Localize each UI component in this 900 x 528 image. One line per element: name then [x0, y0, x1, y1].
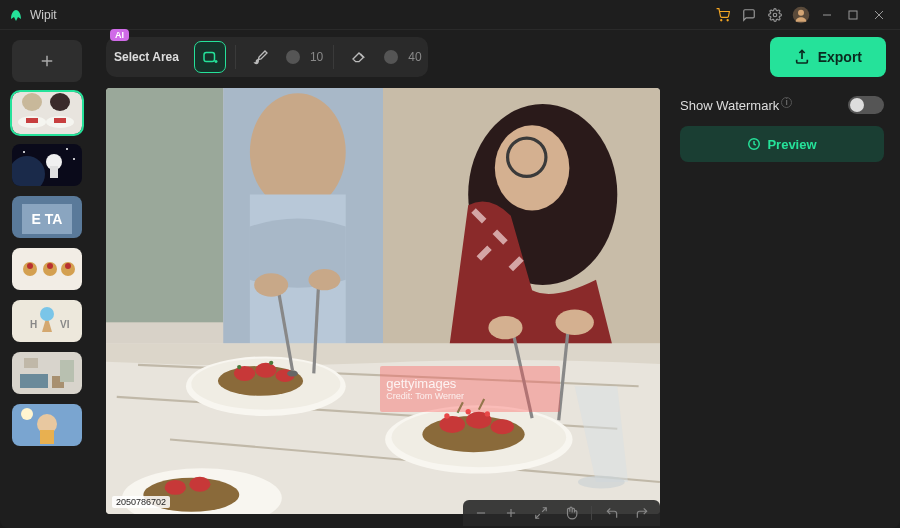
- svg-rect-40: [20, 374, 48, 388]
- svg-point-86: [189, 477, 210, 492]
- right-panel: Show Watermark i Preview: [674, 84, 900, 528]
- svg-point-87: [578, 476, 625, 489]
- preview-button[interactable]: Preview: [680, 126, 884, 162]
- thumbnail-sidebar: E TA HVI: [0, 30, 92, 528]
- svg-rect-54: [106, 88, 223, 322]
- export-label: Export: [818, 49, 862, 65]
- preview-label: Preview: [767, 137, 816, 152]
- svg-rect-14: [26, 118, 38, 123]
- thumb-icecream[interactable]: HVI: [12, 300, 82, 342]
- svg-rect-48: [204, 53, 215, 62]
- svg-point-80: [444, 413, 449, 418]
- brush-size-value: 10: [310, 50, 323, 64]
- cart-icon[interactable]: [710, 2, 736, 28]
- svg-point-0: [721, 19, 722, 20]
- svg-point-23: [66, 148, 68, 150]
- user-avatar[interactable]: [788, 2, 814, 28]
- svg-point-82: [485, 411, 490, 416]
- svg-point-24: [73, 158, 75, 160]
- svg-point-72: [237, 365, 241, 369]
- rectangle-select-tool[interactable]: [195, 42, 225, 72]
- export-button[interactable]: Export: [770, 37, 886, 77]
- svg-text:H: H: [30, 319, 37, 330]
- svg-line-96: [542, 508, 546, 512]
- svg-point-36: [40, 307, 54, 321]
- watermark-text: gettyimages: [386, 376, 560, 391]
- thumb-food[interactable]: [12, 92, 82, 134]
- svg-point-56: [250, 93, 346, 210]
- show-watermark-label: Show Watermark i: [680, 98, 792, 113]
- thumb-appetizers[interactable]: [12, 248, 82, 290]
- svg-rect-43: [60, 360, 74, 382]
- watermark-toggle[interactable]: [848, 96, 884, 114]
- svg-rect-15: [54, 118, 66, 123]
- gear-icon[interactable]: [762, 2, 788, 28]
- chat-icon[interactable]: [736, 2, 762, 28]
- toolbar: AI Select Area 10 40: [92, 30, 900, 84]
- svg-point-2: [773, 13, 777, 17]
- minimize-icon[interactable]: [814, 2, 840, 28]
- svg-point-30: [27, 263, 33, 269]
- eraser-size-value: 40: [408, 50, 421, 64]
- select-area-label: Select Area: [112, 50, 185, 64]
- thumb-portrait[interactable]: [12, 404, 82, 446]
- image-id-label: 2050786702: [112, 496, 170, 508]
- svg-point-69: [234, 366, 255, 381]
- svg-point-77: [439, 416, 465, 433]
- zoom-out-icon[interactable]: [471, 503, 491, 523]
- brush-size-slider[interactable]: [286, 50, 300, 64]
- close-icon[interactable]: [866, 2, 892, 28]
- svg-point-32: [47, 263, 53, 269]
- add-image-button[interactable]: [12, 40, 82, 82]
- svg-point-17: [50, 93, 70, 111]
- svg-point-1: [727, 19, 728, 20]
- svg-rect-46: [40, 430, 54, 444]
- titlebar: Wipit: [0, 0, 900, 30]
- thumb-astronaut[interactable]: [12, 144, 82, 186]
- svg-point-47: [21, 408, 33, 420]
- pan-icon[interactable]: [561, 503, 581, 523]
- eraser-size-slider[interactable]: [384, 50, 398, 64]
- svg-point-4: [798, 9, 804, 15]
- svg-point-85: [165, 480, 186, 495]
- svg-point-89: [556, 310, 594, 336]
- zoom-controls: [463, 500, 660, 526]
- watermark-credit: Credit: Tom Werner: [386, 391, 560, 401]
- svg-point-90: [488, 316, 522, 339]
- watermark-selection[interactable]: gettyimages Credit: Tom Werner: [380, 366, 560, 412]
- svg-line-97: [536, 514, 540, 518]
- app-title: Wipit: [30, 8, 57, 22]
- eraser-tool[interactable]: [344, 42, 374, 72]
- undo-icon[interactable]: [602, 503, 622, 523]
- redo-icon[interactable]: [632, 503, 652, 523]
- svg-point-34: [65, 263, 71, 269]
- svg-point-91: [254, 273, 288, 296]
- svg-point-70: [255, 363, 276, 378]
- tool-group: AI Select Area 10 40: [106, 37, 428, 77]
- svg-rect-42: [24, 358, 38, 368]
- svg-text:VI: VI: [60, 319, 70, 330]
- svg-rect-21: [50, 166, 58, 178]
- svg-point-22: [23, 151, 25, 153]
- info-icon[interactable]: i: [781, 97, 792, 108]
- svg-point-16: [22, 93, 42, 111]
- svg-point-92: [308, 269, 340, 290]
- maximize-icon[interactable]: [840, 2, 866, 28]
- ai-badge: AI: [110, 29, 129, 41]
- svg-point-73: [269, 361, 273, 365]
- app-logo: [8, 7, 24, 23]
- thumb-livingroom[interactable]: [12, 352, 82, 394]
- zoom-in-icon[interactable]: [501, 503, 521, 523]
- svg-point-79: [491, 419, 514, 434]
- svg-rect-6: [849, 11, 857, 19]
- svg-rect-11: [12, 92, 82, 134]
- svg-point-88: [287, 370, 298, 376]
- thumb-building[interactable]: E TA: [12, 196, 82, 238]
- main-canvas[interactable]: gettyimages Credit: Tom Werner 205078670…: [106, 88, 660, 514]
- svg-text:E TA: E TA: [32, 211, 63, 227]
- fit-screen-icon[interactable]: [531, 503, 551, 523]
- brush-tool[interactable]: [246, 42, 276, 72]
